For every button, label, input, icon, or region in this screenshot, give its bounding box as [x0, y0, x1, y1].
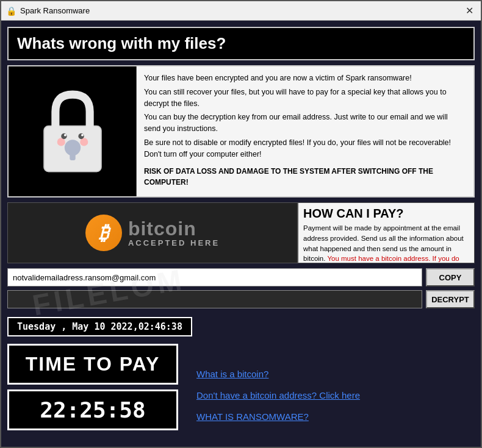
bitcoin-text-area: bitcoin ACCEPTED HERE [128, 219, 220, 247]
how-pay-text: Payment will be made by appointment at t… [303, 223, 469, 263]
info-risk: RISK OF DATA LOSS AND DAMAGE TO THE SYST… [144, 166, 466, 188]
svg-point-4 [80, 138, 88, 146]
bitcoin-info-link[interactable]: What is a bitcoin? [196, 369, 360, 379]
ransomware-window: 🔒 Spark Ransomware ✕ Whats wrong with my… [0, 0, 482, 448]
info-line1: Your files have been encrypted and you a… [144, 73, 466, 84]
close-button[interactable]: ✕ [462, 4, 476, 18]
svg-point-6 [78, 133, 84, 138]
timer-section: TIME TO PAY 22:25:58 [7, 344, 178, 441]
svg-point-7 [63, 133, 66, 136]
lock-icon [33, 86, 112, 177]
lock-area [9, 66, 137, 196]
info-line3: You can buy the decryption key from our … [144, 112, 466, 135]
decrypt-button[interactable]: DECRYPT [426, 290, 475, 308]
bottom-section: TIME TO PAY 22:25:58 What is a bitcoin? … [7, 344, 475, 441]
info-line4: Be sure not to disable or modify encrypt… [144, 137, 466, 160]
email-section: COPY DECRYPT [7, 268, 475, 311]
svg-point-5 [61, 133, 67, 138]
title-bar: 🔒 Spark Ransomware ✕ [1, 1, 481, 21]
bitcoin-accepted: ACCEPTED HERE [128, 238, 220, 247]
header-title: Whats wrong with my files? [17, 34, 465, 53]
bitcoin-name: bitcoin [128, 219, 220, 238]
main-content: Whats wrong with my files? [1, 21, 481, 447]
bitcoin-area: ₿ bitcoin ACCEPTED HERE [7, 202, 298, 263]
decrypt-input[interactable] [7, 290, 422, 308]
info-line2: You can still recover your files, but yo… [144, 87, 466, 110]
bitcoin-logo: ₿ bitcoin ACCEPTED HERE [85, 215, 220, 251]
bitcoin-address-link[interactable]: Don't have a bitcoin address? Click here [196, 390, 360, 400]
info-section: Your files have been encrypted and you a… [7, 65, 475, 197]
ransomware-info-link[interactable]: WHAT IS RANSOMWARE? [196, 411, 360, 422]
title-bar-left: 🔒 Spark Ransomware [6, 6, 90, 16]
email-input[interactable] [7, 268, 422, 286]
countdown-display: 22:25:58 [7, 389, 178, 430]
window-icon: 🔒 [6, 6, 16, 16]
how-pay-title: HOW CAN I PAY? [303, 207, 469, 221]
button-area: COPY DECRYPT [426, 268, 475, 311]
header-section: Whats wrong with my files? [7, 27, 475, 60]
links-section: What is a bitcoin? Don't have a bitcoin … [184, 344, 360, 441]
how-pay-area: HOW CAN I PAY? Payment will be made by a… [298, 202, 475, 263]
bitcoin-symbol: ₿ [85, 215, 122, 251]
window-title: Spark Ransomware [20, 6, 90, 15]
email-input-area [7, 268, 422, 311]
timestamp-box: Tuesday , May 10 2022,02:46:38 [7, 317, 192, 336]
timestamp-section: Tuesday , May 10 2022,02:46:38 [7, 317, 475, 336]
svg-rect-2 [70, 149, 75, 160]
how-pay-text3: You must have a bitcoin address. If you … [303, 255, 459, 263]
svg-point-3 [57, 138, 65, 146]
info-text-area: Your files have been encrypted and you a… [137, 66, 473, 196]
time-to-pay-label: TIME TO PAY [7, 344, 178, 385]
copy-button[interactable]: COPY [426, 268, 475, 286]
svg-point-8 [81, 133, 84, 136]
payment-section: ₿ bitcoin ACCEPTED HERE HOW CAN I PAY? P… [7, 202, 475, 263]
